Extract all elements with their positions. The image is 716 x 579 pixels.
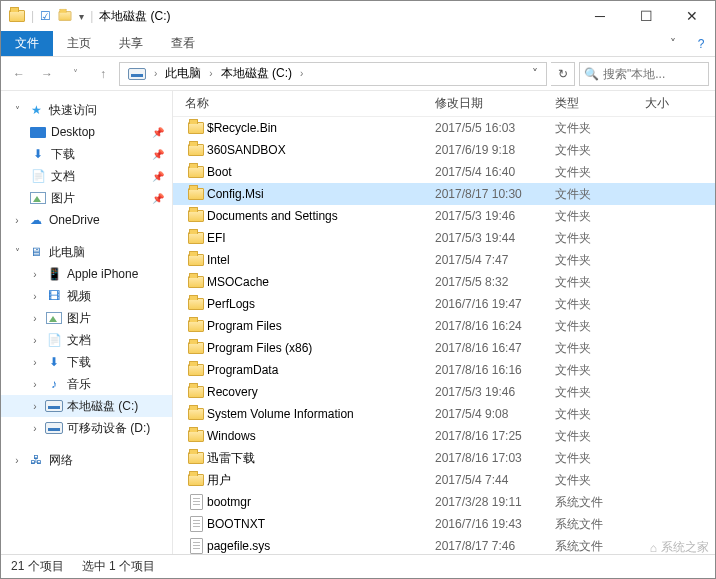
sidebar-item[interactable]: Desktop 📌: [1, 121, 172, 143]
divider: |: [31, 9, 34, 23]
sidebar-item[interactable]: › 本地磁盘 (C:): [1, 395, 172, 417]
pin-icon: 📌: [152, 127, 164, 138]
search-box[interactable]: 🔍: [579, 62, 709, 86]
maximize-button[interactable]: ☐: [623, 1, 669, 31]
history-dropdown[interactable]: ˅: [63, 62, 87, 86]
col-name[interactable]: 名称: [185, 95, 435, 112]
file-row[interactable]: Boot 2017/5/4 16:40 文件夹: [173, 161, 715, 183]
file-type: 文件夹: [555, 164, 645, 181]
file-name: MSOCache: [207, 275, 435, 289]
chevron-right-icon[interactable]: ›: [29, 423, 41, 434]
minimize-button[interactable]: ─: [577, 1, 623, 31]
close-button[interactable]: ✕: [669, 1, 715, 31]
file-row[interactable]: Program Files (x86) 2017/8/16 16:47 文件夹: [173, 337, 715, 359]
chevron-right-icon[interactable]: ›: [29, 291, 41, 302]
chevron-right-icon[interactable]: ›: [152, 68, 159, 79]
chevron-down-icon[interactable]: ˅: [11, 247, 23, 258]
back-button[interactable]: ←: [7, 62, 31, 86]
chevron-right-icon[interactable]: ›: [29, 401, 41, 412]
sidebar-item[interactable]: › 🎞 视频: [1, 285, 172, 307]
chevron-right-icon[interactable]: ›: [29, 335, 41, 346]
file-row[interactable]: PerfLogs 2016/7/16 19:47 文件夹: [173, 293, 715, 315]
chevron-right-icon[interactable]: ›: [11, 215, 23, 226]
crumb-location[interactable]: 本地磁盘 (C:): [215, 63, 298, 85]
col-size[interactable]: 大小: [645, 95, 715, 112]
this-pc[interactable]: ˅ 🖥 此电脑: [1, 241, 172, 263]
chevron-right-icon[interactable]: ›: [11, 455, 23, 466]
file-row[interactable]: 迅雷下载 2017/8/16 17:03 文件夹: [173, 447, 715, 469]
tab-share[interactable]: 共享: [105, 31, 157, 56]
file-row[interactable]: System Volume Information 2017/5/4 9:08 …: [173, 403, 715, 425]
sidebar-item[interactable]: › 📄 文档: [1, 329, 172, 351]
sidebar-item[interactable]: › 图片: [1, 307, 172, 329]
file-row[interactable]: Program Files 2017/8/16 16:24 文件夹: [173, 315, 715, 337]
col-date[interactable]: 修改日期: [435, 95, 555, 112]
label: 图片: [67, 310, 91, 327]
folder-icon: [185, 210, 207, 222]
file-row[interactable]: ProgramData 2017/8/16 16:16 文件夹: [173, 359, 715, 381]
address-dropdown[interactable]: ˅: [526, 67, 544, 81]
file-tab[interactable]: 文件: [1, 31, 53, 56]
chevron-right-icon[interactable]: ›: [29, 379, 41, 390]
file-row[interactable]: MSOCache 2017/5/5 8:32 文件夹: [173, 271, 715, 293]
file-date: 2017/8/16 16:24: [435, 319, 555, 333]
ribbon-expand-icon[interactable]: ˅: [659, 31, 687, 56]
col-type[interactable]: 类型: [555, 95, 645, 112]
chevron-right-icon[interactable]: ›: [207, 68, 214, 79]
forward-button[interactable]: →: [35, 62, 59, 86]
search-input[interactable]: [603, 67, 693, 81]
file-name: 迅雷下载: [207, 450, 435, 467]
sidebar-item[interactable]: › 📱 Apple iPhone: [1, 263, 172, 285]
chevron-down-icon[interactable]: ˅: [11, 105, 23, 116]
file-type: 文件夹: [555, 428, 645, 445]
tab-view[interactable]: 查看: [157, 31, 209, 56]
chevron-right-icon[interactable]: ›: [29, 313, 41, 324]
file-date: 2017/5/3 19:44: [435, 231, 555, 245]
sidebar-item[interactable]: ⬇ 下载 📌: [1, 143, 172, 165]
file-row[interactable]: $Recycle.Bin 2017/5/5 16:03 文件夹: [173, 117, 715, 139]
tab-home[interactable]: 主页: [53, 31, 105, 56]
folder-icon: [185, 430, 207, 442]
file-row[interactable]: Config.Msi 2017/8/17 10:30 文件夹: [173, 183, 715, 205]
quick-access[interactable]: ˅ ★ 快速访问: [1, 99, 172, 121]
chevron-right-icon[interactable]: ›: [29, 269, 41, 280]
drive-icon: [45, 422, 63, 434]
file-row[interactable]: Intel 2017/5/4 7:47 文件夹: [173, 249, 715, 271]
breadcrumb[interactable]: › 此电脑 › 本地磁盘 (C:) › ˅: [119, 62, 547, 86]
folder-icon: [185, 122, 207, 134]
label: 本地磁盘 (C:): [67, 398, 138, 415]
sidebar-item[interactable]: › 可移动设备 (D:): [1, 417, 172, 439]
file-row[interactable]: 360SANDBOX 2017/6/19 9:18 文件夹: [173, 139, 715, 161]
chevron-right-icon[interactable]: ›: [29, 357, 41, 368]
drive-icon: [45, 400, 63, 412]
sidebar-item[interactable]: › ♪ 音乐: [1, 373, 172, 395]
chevron-right-icon[interactable]: ›: [298, 68, 305, 79]
file-date: 2017/5/4 9:08: [435, 407, 555, 421]
file-row[interactable]: EFI 2017/5/3 19:44 文件夹: [173, 227, 715, 249]
file-row[interactable]: Windows 2017/8/16 17:25 文件夹: [173, 425, 715, 447]
file-type: 系统文件: [555, 494, 645, 511]
file-row[interactable]: BOOTNXT 2016/7/16 19:43 系统文件: [173, 513, 715, 535]
file-row[interactable]: Recovery 2017/5/3 19:46 文件夹: [173, 381, 715, 403]
up-button[interactable]: ↑: [91, 62, 115, 86]
file-row[interactable]: Documents and Settings 2017/5/3 19:46 文件…: [173, 205, 715, 227]
file-row[interactable]: pagefile.sys 2017/8/17 7:46 系统文件: [173, 535, 715, 554]
sidebar-item[interactable]: 📄 文档 📌: [1, 165, 172, 187]
check-icon[interactable]: ☑: [40, 9, 51, 23]
download-icon: ⬇: [29, 147, 47, 161]
sidebar-item[interactable]: › ⬇ 下载: [1, 351, 172, 373]
file-type: 系统文件: [555, 538, 645, 555]
network[interactable]: › 🖧 网络: [1, 449, 172, 471]
crumb-thispc[interactable]: 此电脑: [159, 63, 207, 85]
column-headers[interactable]: 名称 修改日期 类型 大小: [173, 91, 715, 117]
file-row[interactable]: bootmgr 2017/3/28 19:11 系统文件: [173, 491, 715, 513]
onedrive[interactable]: › ☁ OneDrive: [1, 209, 172, 231]
sidebar-item[interactable]: 图片 📌: [1, 187, 172, 209]
file-type: 文件夹: [555, 230, 645, 247]
file-name: Windows: [207, 429, 435, 443]
file-row[interactable]: 用户 2017/5/4 7:44 文件夹: [173, 469, 715, 491]
file-type: 文件夹: [555, 340, 645, 357]
qat-dropdown[interactable]: ▾: [79, 11, 84, 22]
help-icon[interactable]: ?: [687, 31, 715, 56]
refresh-button[interactable]: ↻: [551, 62, 575, 86]
